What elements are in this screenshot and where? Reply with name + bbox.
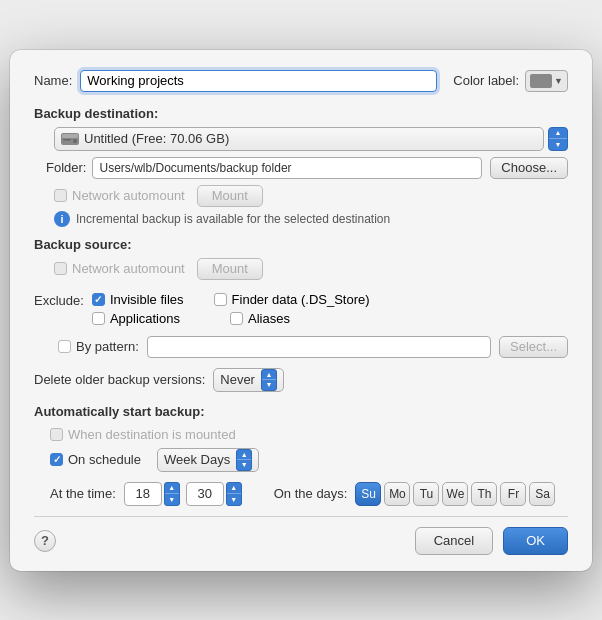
never-stepper[interactable]: ▲ ▼ <box>261 369 277 391</box>
name-label: Name: <box>34 73 72 88</box>
button-group: Cancel OK <box>415 527 568 555</box>
by-pattern-checkbox[interactable] <box>58 340 71 353</box>
destination-stepper[interactable]: ▲ ▼ <box>548 127 568 151</box>
destination-select-inner: Untitled (Free: 70.06 GB) <box>61 131 537 146</box>
by-pattern-label: By pattern: <box>76 339 139 354</box>
mount-button-src[interactable]: Mount <box>197 258 263 280</box>
applications-checkbox[interactable] <box>92 312 105 325</box>
backup-source-header: Backup source: <box>34 237 568 252</box>
mount-button-dest[interactable]: Mount <box>197 185 263 207</box>
applications-label: Applications <box>110 311 180 326</box>
on-days-label: On the days: <box>274 486 348 501</box>
auto-start-header: Automatically start backup: <box>34 404 568 419</box>
invisible-files-label: Invisible files <box>110 292 184 307</box>
stepper-up-icon[interactable]: ▲ <box>549 128 567 140</box>
select-button[interactable]: Select... <box>499 336 568 358</box>
day-sa[interactable]: Sa <box>529 482 555 506</box>
folder-label: Folder: <box>46 160 86 175</box>
schedule-value: Week Days <box>164 452 230 467</box>
name-input[interactable] <box>80 70 437 92</box>
on-schedule-label: On schedule <box>68 452 141 467</box>
when-mounted-checkbox[interactable] <box>50 428 63 441</box>
at-time-label: At the time: <box>50 486 116 501</box>
day-we[interactable]: We <box>442 482 468 506</box>
schedule-stepper-up-icon[interactable]: ▲ <box>237 450 251 461</box>
pattern-input[interactable] <box>147 336 491 358</box>
stepper-down-icon[interactable]: ▼ <box>549 139 567 150</box>
hours-spinner[interactable]: ▲ ▼ <box>164 482 180 506</box>
network-automount-checkbox-dest[interactable] <box>54 189 67 202</box>
schedule-stepper-down-icon[interactable]: ▼ <box>237 460 251 470</box>
finder-data-label: Finder data (.DS_Store) <box>232 292 370 307</box>
info-icon: i <box>54 211 70 227</box>
chevron-down-icon: ▼ <box>554 76 563 86</box>
day-su[interactable]: Su <box>355 482 381 506</box>
minutes-down-icon[interactable]: ▼ <box>227 494 241 505</box>
network-automount-label-src: Network automount <box>72 261 185 276</box>
invisible-files-checkbox[interactable] <box>92 293 105 306</box>
info-text: Incremental backup is available for the … <box>76 212 390 226</box>
choose-button[interactable]: Choose... <box>490 157 568 179</box>
hours-up-icon[interactable]: ▲ <box>165 483 179 495</box>
svg-rect-1 <box>62 134 78 138</box>
cancel-button[interactable]: Cancel <box>415 527 493 555</box>
hdd-icon <box>61 132 79 146</box>
help-button[interactable]: ? <box>34 530 56 552</box>
destination-select[interactable]: Untitled (Free: 70.06 GB) <box>54 127 544 151</box>
finder-data-checkbox[interactable] <box>214 293 227 306</box>
never-dropdown[interactable]: Never ▲ ▼ <box>213 368 284 392</box>
days-section: On the days: Su Mo Tu We Th Fr Sa <box>274 482 556 506</box>
day-mo[interactable]: Mo <box>384 482 410 506</box>
aliases-label: Aliases <box>248 311 290 326</box>
backup-settings-dialog: Name: Color label: ▼ Backup destination:… <box>10 50 592 571</box>
aliases-checkbox[interactable] <box>230 312 243 325</box>
never-stepper-up-icon[interactable]: ▲ <box>262 370 276 381</box>
minutes-value[interactable]: 30 <box>186 482 224 506</box>
ok-button[interactable]: OK <box>503 527 568 555</box>
days-pills: Su Mo Tu We Th Fr Sa <box>355 482 555 506</box>
day-tu[interactable]: Tu <box>413 482 439 506</box>
minutes-spinner[interactable]: ▲ ▼ <box>226 482 242 506</box>
when-mounted-label: When destination is mounted <box>68 427 236 442</box>
delete-older-label: Delete older backup versions: <box>34 372 205 387</box>
hours-stepper: 18 ▲ ▼ <box>124 482 180 506</box>
color-swatch <box>530 74 552 88</box>
folder-input[interactable] <box>92 157 482 179</box>
hours-down-icon[interactable]: ▼ <box>165 494 179 505</box>
exclude-label: Exclude: <box>34 292 84 308</box>
color-label-text: Color label: <box>453 73 519 88</box>
day-fr[interactable]: Fr <box>500 482 526 506</box>
schedule-dropdown[interactable]: Week Days ▲ ▼ <box>157 448 259 472</box>
day-th[interactable]: Th <box>471 482 497 506</box>
network-automount-label-dest: Network automount <box>72 188 185 203</box>
minutes-stepper: 30 ▲ ▼ <box>186 482 242 506</box>
schedule-stepper[interactable]: ▲ ▼ <box>236 449 252 471</box>
minutes-up-icon[interactable]: ▲ <box>227 483 241 495</box>
hours-value[interactable]: 18 <box>124 482 162 506</box>
backup-destination-header: Backup destination: <box>34 106 568 121</box>
network-automount-checkbox-src[interactable] <box>54 262 67 275</box>
on-schedule-checkbox[interactable] <box>50 453 63 466</box>
never-stepper-down-icon[interactable]: ▼ <box>262 380 276 390</box>
color-select[interactable]: ▼ <box>525 70 568 92</box>
destination-text: Untitled (Free: 70.06 GB) <box>84 131 537 146</box>
svg-point-2 <box>73 139 77 143</box>
never-value: Never <box>220 372 255 387</box>
svg-rect-3 <box>63 139 71 141</box>
